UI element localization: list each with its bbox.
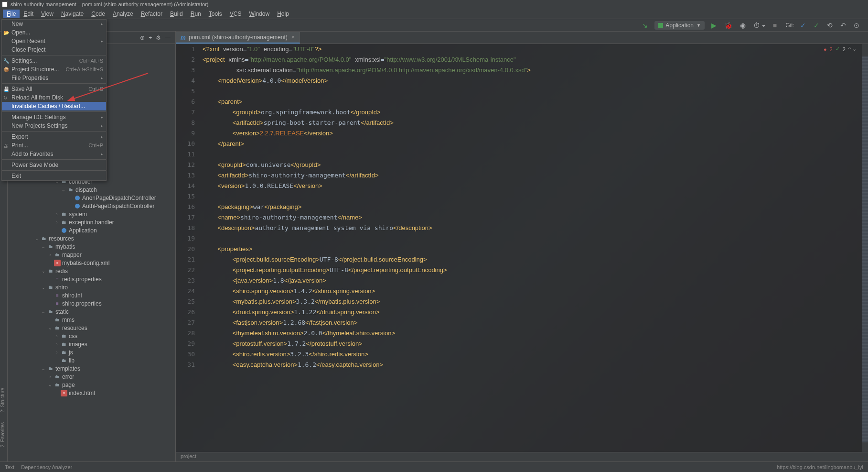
vcs-update-icon[interactable]: ✓ bbox=[797, 21, 809, 30]
line-number[interactable]: 19 bbox=[176, 233, 203, 244]
tree-node-shiro[interactable]: ⌄🖿shiro bbox=[8, 283, 175, 291]
tree-chevron-icon[interactable]: ⌄ bbox=[61, 187, 66, 192]
line-number[interactable]: 17 bbox=[176, 212, 203, 223]
menu-vcs[interactable]: VCS bbox=[226, 10, 246, 18]
tree-node-resources[interactable]: ⌄🖿resources bbox=[8, 234, 175, 242]
tab-pom-xml[interactable]: m pom.xml (shiro-authority-management) × bbox=[176, 32, 300, 44]
tree-node-shiro-properties[interactable]: ≡shiro.properties bbox=[8, 299, 175, 307]
line-number[interactable]: 10 bbox=[176, 139, 203, 149]
tree-chevron-icon[interactable]: ⌄ bbox=[48, 383, 53, 387]
tree-chevron-icon[interactable]: ⌄ bbox=[41, 269, 46, 274]
line-number[interactable]: 5 bbox=[176, 86, 203, 97]
tree-node-redis[interactable]: ⌄🖿redis bbox=[8, 267, 175, 275]
code-line[interactable]: <druid.spring.version>1.1.22</druid.spri… bbox=[203, 307, 868, 318]
line-number[interactable]: 28 bbox=[176, 328, 203, 339]
code-line[interactable]: <project.build.sourceEncoding>UTF-8</pro… bbox=[203, 254, 868, 265]
line-number[interactable]: 18 bbox=[176, 223, 203, 233]
tree-chevron-icon[interactable]: ⌄ bbox=[41, 285, 46, 290]
tree-chevron-icon[interactable]: ⌄ bbox=[41, 366, 46, 371]
line-number[interactable]: 12 bbox=[176, 160, 203, 170]
menu-item-open-recent[interactable]: Open Recent▸ bbox=[2, 37, 106, 45]
menu-item-power-save-mode[interactable]: Power Save Mode bbox=[2, 161, 106, 169]
line-number[interactable]: 1 bbox=[176, 44, 203, 55]
line-number[interactable]: 4 bbox=[176, 76, 203, 86]
line-number[interactable]: 30 bbox=[176, 349, 203, 360]
menu-item-open[interactable]: 📂Open... bbox=[2, 28, 106, 37]
tree-node-redis-properties[interactable]: ≡redis.properties bbox=[8, 275, 175, 283]
tree-node-mybatis[interactable]: ⌄🖿mybatis bbox=[8, 242, 175, 251]
menu-item-new-projects-settings[interactable]: New Projects Settings▸ bbox=[2, 121, 106, 130]
tree-node-anonpagedispatchcontroller[interactable]: AnonPageDispatchController bbox=[8, 194, 175, 202]
menu-item-exit[interactable]: Exit bbox=[2, 172, 106, 180]
debug-icon[interactable]: 🐞 bbox=[721, 21, 735, 30]
line-number[interactable]: 20 bbox=[176, 244, 203, 254]
profile-icon[interactable]: ⏱ ▾ bbox=[750, 21, 768, 30]
tree-node-exception-handler[interactable]: ›🖿exception.handler bbox=[8, 218, 175, 226]
menu-item-add-to-favorites[interactable]: Add to Favorites▸ bbox=[2, 150, 106, 158]
code-line[interactable]: <project xmlns="http://maven.apache.org/… bbox=[203, 55, 868, 65]
line-number[interactable]: 23 bbox=[176, 275, 203, 286]
structure-tool-button[interactable]: 2: Structure bbox=[0, 388, 7, 413]
code-line[interactable]: <?xml version="1.0" encoding="UTF-8"?> bbox=[203, 44, 868, 55]
menu-item-file-properties[interactable]: File Properties▸ bbox=[2, 74, 106, 82]
tree-node-resources[interactable]: ⌄🖿resources bbox=[8, 324, 175, 332]
line-number[interactable]: 16 bbox=[176, 202, 203, 212]
menu-window[interactable]: Window bbox=[245, 10, 273, 18]
code-line[interactable] bbox=[203, 86, 868, 97]
tree-node-application[interactable]: Application bbox=[8, 226, 175, 234]
line-number[interactable]: 29 bbox=[176, 339, 203, 349]
favorites-tool-button[interactable]: 2: Favorites bbox=[0, 422, 7, 447]
code-line[interactable]: <protostuff.version>1.7.2</protostuff.ve… bbox=[203, 339, 868, 349]
line-number[interactable]: 11 bbox=[176, 149, 203, 160]
hide-icon[interactable]: — bbox=[165, 34, 171, 41]
build-icon[interactable]: ↘ bbox=[639, 21, 651, 30]
tree-node-images[interactable]: ›🖿images bbox=[8, 340, 175, 348]
line-number[interactable]: 15 bbox=[176, 191, 203, 202]
code-line[interactable]: xsi:schemaLocation="http://maven.apache.… bbox=[203, 65, 868, 76]
run-config-selector[interactable]: Application ▼ bbox=[654, 21, 705, 30]
line-number[interactable]: 31 bbox=[176, 360, 203, 370]
code-line[interactable]: <version>2.2.7.RELEASE</version> bbox=[203, 128, 868, 139]
tree-node-lib[interactable]: 🖿lib bbox=[8, 356, 175, 364]
tree-node-page[interactable]: ⌄🖿page bbox=[8, 381, 175, 389]
line-number[interactable]: 26 bbox=[176, 307, 203, 318]
line-number[interactable]: 7 bbox=[176, 107, 203, 118]
menu-item-settings[interactable]: 🔧Settings...Ctrl+Alt+S bbox=[2, 56, 106, 65]
code-line[interactable]: <description>authority management system… bbox=[203, 223, 868, 233]
tree-chevron-icon[interactable]: ⌄ bbox=[48, 326, 53, 330]
tree-chevron-icon[interactable]: › bbox=[54, 212, 59, 217]
code-line[interactable] bbox=[203, 233, 868, 244]
stop-icon[interactable]: ■ bbox=[770, 21, 780, 30]
code-line[interactable]: </parent> bbox=[203, 139, 868, 149]
menu-item-project-structure[interactable]: 📦Project Structure...Ctrl+Alt+Shift+S bbox=[2, 65, 106, 74]
tree-chevron-icon[interactable]: ⌄ bbox=[34, 236, 39, 241]
code-line[interactable]: <java.version>1.8</java.version> bbox=[203, 275, 868, 286]
tree-chevron-icon[interactable]: › bbox=[48, 374, 53, 379]
code-line[interactable]: <parent> bbox=[203, 97, 868, 107]
tree-node-mybatis-config-xml[interactable]: xmybatis-config.xml bbox=[8, 259, 175, 267]
line-number[interactable]: 22 bbox=[176, 265, 203, 275]
code-line[interactable]: <mybatis.plus.version>3.3.2</mybatis.plu… bbox=[203, 296, 868, 307]
tree-node-mms[interactable]: 🖿mms bbox=[8, 316, 175, 324]
code-line[interactable]: <shiro.spring.version>1.4.2</shiro.sprin… bbox=[203, 286, 868, 296]
tree-chevron-icon[interactable]: › bbox=[54, 220, 59, 225]
tree-node-templates[interactable]: ⌄🖿templates bbox=[8, 364, 175, 373]
coverage-icon[interactable]: ◉ bbox=[737, 21, 749, 30]
tree-node-static[interactable]: ⌄🖿static bbox=[8, 307, 175, 316]
code-line[interactable]: <groupId>org.springframework.boot</group… bbox=[203, 107, 868, 118]
tree-chevron-icon[interactable]: ⌄ bbox=[41, 244, 46, 249]
tree-node-authpagedispatchcontroller[interactable]: AuthPageDispatchController bbox=[8, 202, 175, 210]
tree-chevron-icon[interactable]: ⌄ bbox=[41, 309, 46, 314]
menu-item-save-all[interactable]: 💾Save AllCtrl+S bbox=[2, 85, 106, 93]
code-line[interactable]: <version>1.0.0.RELEASE</version> bbox=[203, 181, 868, 191]
line-number[interactable]: 9 bbox=[176, 128, 203, 139]
tree-chevron-icon[interactable]: › bbox=[54, 334, 59, 339]
code-line[interactable]: <properties> bbox=[203, 244, 868, 254]
code-text[interactable]: <?xml version="1.0" encoding="UTF-8"?><p… bbox=[203, 44, 868, 452]
target-icon[interactable]: ⊕ bbox=[140, 34, 145, 41]
vcs-history-icon[interactable]: ⟲ bbox=[824, 21, 836, 30]
tree-node-mapper[interactable]: ›🖿mapper bbox=[8, 251, 175, 259]
tree-chevron-icon[interactable]: › bbox=[54, 350, 59, 355]
menu-refactor[interactable]: Refactor bbox=[137, 10, 166, 18]
tree-node-error[interactable]: ›🖿error bbox=[8, 373, 175, 381]
